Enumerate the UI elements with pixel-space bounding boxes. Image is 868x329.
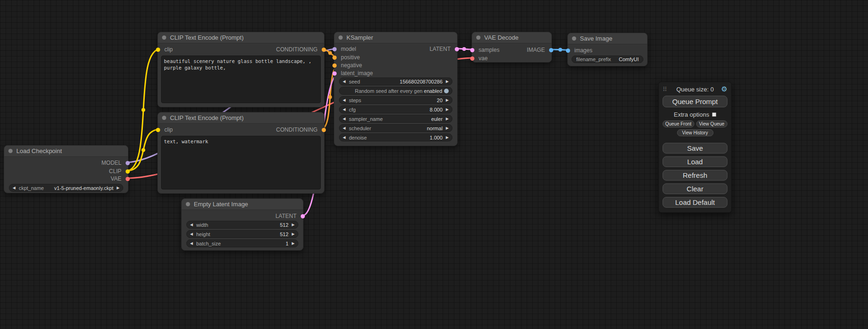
- conditioning-output-dot[interactable]: [322, 48, 326, 52]
- increment-arrow-icon[interactable]: ▶: [446, 105, 449, 113]
- link-midpoint-dot: [141, 148, 145, 152]
- clear-button[interactable]: Clear: [663, 183, 727, 194]
- seed-widget[interactable]: ◀ seed 156680208700286 ▶: [339, 77, 452, 85]
- toggle-knob-icon[interactable]: [444, 89, 449, 93]
- input-slot-clip: clip: [158, 126, 173, 133]
- node-ksampler[interactable]: KSampler model positive negative latent_…: [334, 32, 458, 146]
- input-slot-positive: positive: [334, 54, 360, 61]
- latent-output-dot[interactable]: [455, 47, 459, 51]
- node-title: Save Image: [580, 35, 612, 42]
- increment-arrow-icon[interactable]: ▶: [446, 115, 449, 123]
- random-seed-toggle-widget[interactable]: Random seed after every gen enabled: [339, 87, 452, 95]
- refresh-button[interactable]: Refresh: [663, 170, 727, 181]
- conditioning-output-dot[interactable]: [322, 128, 326, 132]
- collapse-dot-icon[interactable]: [476, 35, 480, 40]
- vae-input-dot[interactable]: [470, 56, 474, 61]
- latent-output-dot[interactable]: [301, 214, 305, 218]
- vae-output-dot[interactable]: [126, 177, 130, 181]
- decrement-arrow-icon[interactable]: ◀: [190, 239, 193, 247]
- node-header[interactable]: VAE Decode: [472, 32, 551, 43]
- node-header[interactable]: KSampler: [334, 32, 457, 43]
- node-load-checkpoint[interactable]: Load Checkpoint MODEL CLIP VAE ◀ ckpt_na…: [4, 145, 128, 193]
- input-slot-model: model: [334, 45, 356, 53]
- widget-value: 1: [286, 241, 289, 246]
- image-output-dot[interactable]: [549, 48, 553, 52]
- decrement-arrow-icon[interactable]: ◀: [190, 230, 193, 238]
- width-widget[interactable]: ◀ width 512 ▶: [186, 221, 298, 229]
- widget-value: 1.000: [430, 135, 443, 140]
- height-widget[interactable]: ◀ height 512 ▶: [186, 230, 298, 238]
- queue-prompt-button[interactable]: Queue Prompt: [663, 96, 727, 107]
- view-history-button[interactable]: View History: [677, 129, 713, 136]
- node-header[interactable]: Empty Latent Image: [182, 199, 303, 210]
- save-button[interactable]: Save: [663, 143, 727, 154]
- sampler-name-widget[interactable]: ◀ sampler_name euler ▶: [339, 115, 452, 123]
- positive-input-dot[interactable]: [332, 56, 337, 60]
- slot-label: CLIP: [109, 168, 121, 175]
- node-vae-decode[interactable]: VAE Decode samples vae IMAGE: [472, 32, 552, 63]
- view-queue-button[interactable]: View Queue: [696, 120, 728, 127]
- settings-gear-icon[interactable]: ⚙: [721, 85, 727, 93]
- node-title: Empty Latent Image: [194, 201, 248, 208]
- drag-handle-icon[interactable]: ⠿: [663, 86, 667, 93]
- slot-label: MODEL: [101, 160, 121, 166]
- collapse-dot-icon[interactable]: [572, 36, 576, 41]
- increment-arrow-icon[interactable]: ▶: [446, 96, 449, 104]
- collapse-dot-icon[interactable]: [8, 149, 13, 153]
- collapse-dot-icon[interactable]: [339, 35, 343, 40]
- increment-arrow-icon[interactable]: ▶: [292, 230, 295, 238]
- collapse-dot-icon[interactable]: [186, 202, 190, 206]
- load-button[interactable]: Load: [663, 156, 727, 167]
- node-header[interactable]: CLIP Text Encode (Prompt): [158, 32, 324, 43]
- steps-widget[interactable]: ◀ steps 20 ▶: [339, 96, 452, 104]
- images-input-dot[interactable]: [566, 49, 570, 53]
- decrement-arrow-icon[interactable]: ◀: [343, 115, 346, 123]
- negative-input-dot[interactable]: [332, 63, 337, 68]
- increment-arrow-icon[interactable]: ▶: [117, 184, 120, 192]
- node-graph-canvas[interactable]: Load Checkpoint MODEL CLIP VAE ◀ ckpt_na…: [0, 0, 868, 329]
- latent-image-input-dot[interactable]: [332, 71, 337, 76]
- decrement-arrow-icon[interactable]: ◀: [343, 96, 346, 104]
- load-default-button[interactable]: Load Default: [663, 197, 727, 208]
- collapse-dot-icon[interactable]: [162, 116, 166, 120]
- decrement-arrow-icon[interactable]: ◀: [343, 77, 346, 85]
- node-clip-text-encode-negative[interactable]: CLIP Text Encode (Prompt) clip CONDITION…: [157, 112, 325, 194]
- clip-output-dot[interactable]: [126, 169, 130, 174]
- increment-arrow-icon[interactable]: ▶: [446, 77, 449, 85]
- widget-value: 8.000: [430, 107, 443, 112]
- increment-arrow-icon[interactable]: ▶: [292, 221, 295, 229]
- increment-arrow-icon[interactable]: ▶: [446, 133, 449, 141]
- decrement-arrow-icon[interactable]: ◀: [190, 221, 193, 229]
- cfg-widget[interactable]: ◀ cfg 8.000 ▶: [339, 105, 452, 113]
- queue-front-button[interactable]: Queue Front: [663, 120, 694, 127]
- increment-arrow-icon[interactable]: ▶: [446, 124, 449, 132]
- ckpt-name-widget[interactable]: ◀ ckpt_name v1-5-pruned-emaonly.ckpt ▶: [9, 184, 123, 192]
- input-slot-vae: vae: [472, 55, 487, 62]
- model-output-dot[interactable]: [126, 161, 130, 165]
- scheduler-widget[interactable]: ◀ scheduler normal ▶: [339, 124, 452, 132]
- extra-options-checkbox[interactable]: [712, 112, 716, 117]
- node-header[interactable]: CLIP Text Encode (Prompt): [158, 112, 324, 124]
- decrement-arrow-icon[interactable]: ◀: [343, 124, 346, 132]
- decrement-arrow-icon[interactable]: ◀: [13, 184, 15, 192]
- increment-arrow-icon[interactable]: ▶: [292, 239, 295, 247]
- positive-prompt-textarea[interactable]: beautiful scenery nature glass bottle la…: [161, 56, 321, 103]
- negative-prompt-textarea[interactable]: text, watermark: [161, 136, 321, 189]
- model-input-dot[interactable]: [332, 47, 337, 51]
- node-empty-latent-image[interactable]: Empty Latent Image LATENT ◀ width 512 ▶ …: [181, 198, 303, 251]
- decrement-arrow-icon[interactable]: ◀: [343, 105, 346, 113]
- samples-input-dot[interactable]: [470, 48, 474, 52]
- filename-prefix-widget[interactable]: filename_prefix ComfyUI: [572, 56, 643, 63]
- node-header[interactable]: Save Image: [568, 33, 647, 44]
- node-clip-text-encode-positive[interactable]: CLIP Text Encode (Prompt) clip CONDITION…: [157, 32, 325, 107]
- batch-size-widget[interactable]: ◀ batch_size 1 ▶: [186, 239, 298, 247]
- clip-input-dot[interactable]: [156, 48, 160, 52]
- node-header[interactable]: Load Checkpoint: [4, 146, 128, 157]
- widget-label: sampler_name: [349, 116, 383, 122]
- denoise-widget[interactable]: ◀ denoise 1.000 ▶: [339, 133, 452, 141]
- widget-value: 156680208700286: [400, 79, 443, 84]
- node-save-image[interactable]: Save Image images filename_prefix ComfyU…: [567, 33, 648, 66]
- decrement-arrow-icon[interactable]: ◀: [343, 133, 346, 141]
- clip-input-dot[interactable]: [156, 128, 160, 132]
- collapse-dot-icon[interactable]: [162, 35, 166, 40]
